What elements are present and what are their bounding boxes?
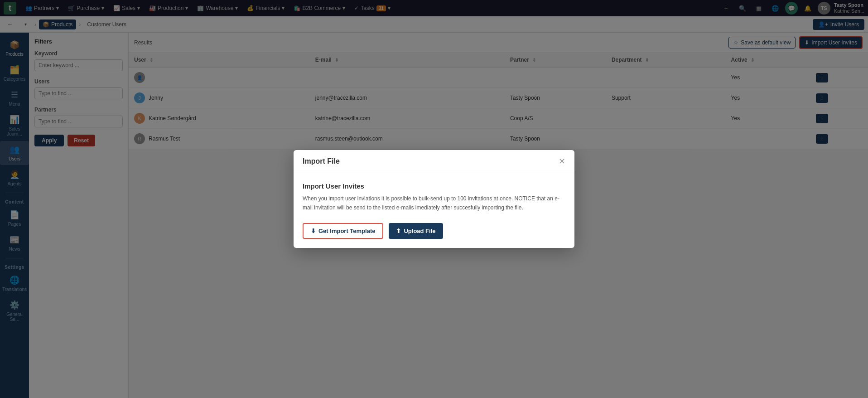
modal-header: Import File ✕ bbox=[294, 150, 574, 173]
modal-actions: ⬇ Get Import Template ⬆ Upload File bbox=[303, 223, 565, 239]
upload-icon: ⬆ bbox=[396, 228, 401, 234]
modal-subtitle: Import User Invites bbox=[303, 182, 565, 190]
modal-body: Import User Invites When you import user… bbox=[294, 173, 574, 248]
modal-title: Import File bbox=[303, 157, 340, 165]
upload-file-button[interactable]: ⬆ Upload File bbox=[389, 223, 443, 239]
get-import-template-button[interactable]: ⬇ Get Import Template bbox=[303, 223, 383, 239]
import-file-modal: Import File ✕ Import User Invites When y… bbox=[294, 150, 574, 248]
modal-close-button[interactable]: ✕ bbox=[559, 157, 565, 165]
modal-overlay: Import File ✕ Import User Invites When y… bbox=[0, 0, 868, 398]
modal-description: When you import user inviations it is po… bbox=[303, 194, 565, 212]
download-template-icon: ⬇ bbox=[311, 228, 316, 234]
